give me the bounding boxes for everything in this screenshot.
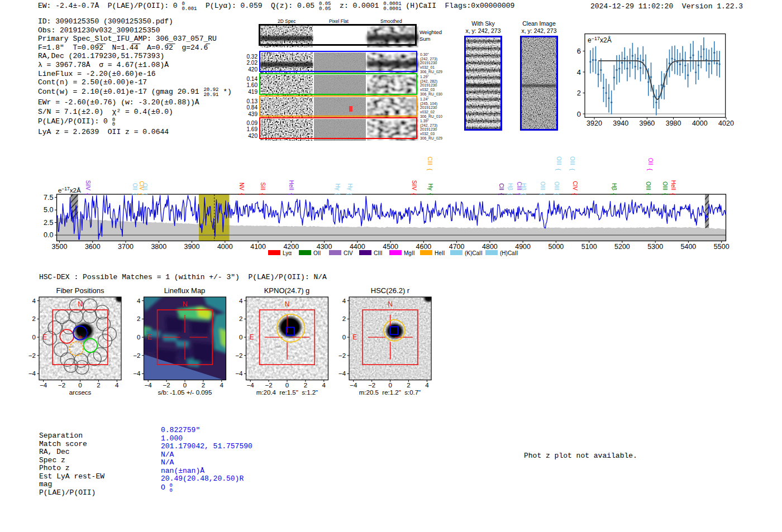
svg-text:N: N (285, 300, 290, 308)
svg-text:2: 2 (202, 382, 205, 389)
svg-text:E: E (250, 333, 254, 341)
svg-text:2: 2 (97, 382, 100, 389)
svg-text:4: 4 (342, 298, 346, 304)
svg-text:−2: −2 (58, 382, 65, 389)
svg-text:0: 0 (137, 334, 140, 341)
svg-text:0: 0 (32, 334, 36, 341)
svg-text:4: 4 (239, 298, 243, 304)
svg-text:N: N (78, 300, 83, 308)
svg-text:−4: −4 (338, 370, 346, 377)
svg-text:2: 2 (342, 315, 346, 322)
svg-text:−4: −4 (28, 370, 36, 377)
svg-text:0: 0 (342, 334, 346, 341)
svg-text:−2: −2 (133, 352, 140, 359)
svg-text:E: E (147, 333, 152, 341)
svg-text:−4: −4 (145, 382, 152, 389)
svg-text:0: 0 (388, 382, 392, 389)
svg-text:−4: −4 (235, 370, 243, 377)
svg-text:2: 2 (239, 315, 242, 322)
svg-text:2: 2 (407, 382, 410, 389)
svg-text:−2: −2 (368, 382, 375, 389)
svg-text:4: 4 (322, 382, 326, 389)
svg-text:4: 4 (32, 298, 36, 304)
svg-text:0: 0 (183, 382, 187, 389)
svg-text:4: 4 (115, 382, 119, 389)
svg-text:2: 2 (304, 382, 307, 389)
svg-text:0: 0 (78, 382, 82, 389)
svg-text:0: 0 (239, 334, 242, 341)
svg-text:−2: −2 (28, 352, 36, 359)
svg-text:+: + (78, 333, 83, 341)
svg-text:4: 4 (220, 382, 224, 389)
svg-text:−4: −4 (40, 382, 47, 389)
svg-text:0: 0 (285, 382, 289, 389)
svg-text:−4: −4 (247, 382, 255, 389)
svg-text:−2: −2 (163, 382, 170, 389)
svg-text:2: 2 (32, 315, 36, 322)
svg-text:−2: −2 (338, 352, 346, 359)
svg-text:−2: −2 (235, 352, 242, 359)
svg-text:4: 4 (425, 382, 429, 389)
svg-text:−2: −2 (265, 382, 273, 389)
svg-text:N: N (388, 300, 393, 308)
svg-text:E: E (42, 333, 47, 341)
svg-text:N: N (183, 300, 188, 308)
svg-text:E: E (352, 333, 357, 341)
svg-text:−4: −4 (133, 370, 141, 377)
svg-text:4: 4 (137, 298, 141, 304)
svg-text:−4: −4 (350, 382, 357, 389)
svg-text:2: 2 (137, 315, 140, 322)
